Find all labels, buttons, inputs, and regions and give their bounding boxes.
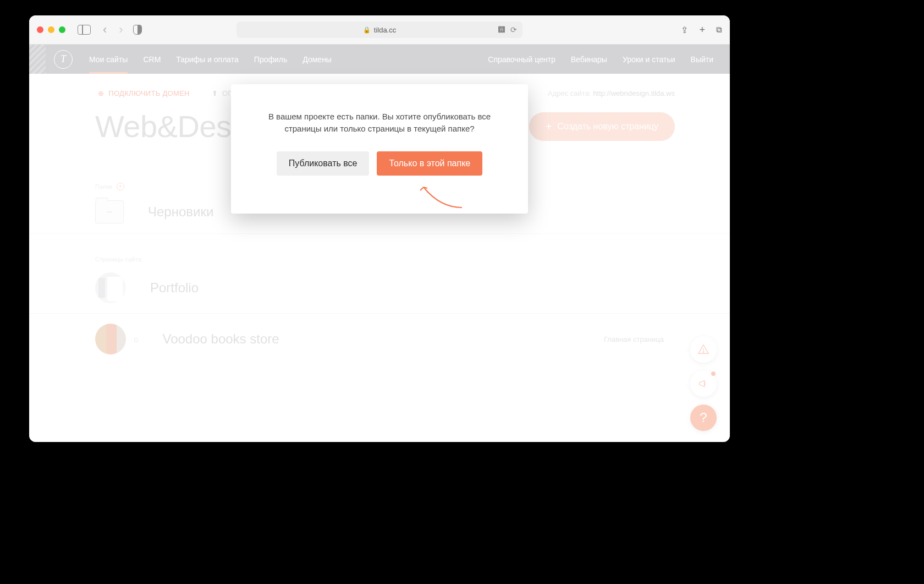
sidebar-toggle-icon[interactable]: [78, 25, 91, 35]
browser-titlebar: ‹ › 🔒 tilda.cc 🅰 ⟳ ⇪ + ⧉: [29, 15, 730, 45]
translate-icon[interactable]: 🅰: [498, 26, 505, 34]
close-window-button[interactable]: [37, 26, 43, 33]
publish-all-button[interactable]: Публиковать все: [277, 151, 370, 176]
only-this-folder-button[interactable]: Только в этой папке: [377, 151, 482, 176]
tabs-icon[interactable]: ⧉: [716, 25, 722, 35]
modal-backdrop[interactable]: В вашем проекте есть папки. Вы хотите оп…: [29, 45, 730, 442]
modal-message: В вашем проекте есть папки. Вы хотите оп…: [258, 111, 501, 135]
traffic-lights: [37, 26, 65, 33]
lock-icon: 🔒: [363, 26, 371, 34]
browser-window: ‹ › 🔒 tilda.cc 🅰 ⟳ ⇪ + ⧉ T Мои сайты CRM…: [29, 15, 730, 442]
titlebar-right: ⇪ + ⧉: [681, 24, 722, 36]
address-bar-icons: 🅰 ⟳: [498, 25, 517, 34]
forward-button[interactable]: ›: [119, 24, 123, 36]
new-tab-icon[interactable]: +: [699, 24, 705, 36]
modal-buttons: Публиковать все Только в этой папке: [258, 151, 501, 176]
address-bar[interactable]: 🔒 tilda.cc 🅰 ⟳: [237, 21, 522, 38]
back-button[interactable]: ‹: [103, 24, 107, 36]
nav-arrows: ‹ ›: [103, 24, 123, 36]
annotation-arrow-icon: [418, 183, 468, 210]
maximize-window-button[interactable]: [59, 26, 65, 33]
publish-modal: В вашем проекте есть папки. Вы хотите оп…: [231, 84, 528, 214]
url-host: tilda.cc: [374, 26, 396, 34]
reload-icon[interactable]: ⟳: [510, 25, 517, 34]
privacy-shield-icon[interactable]: [133, 25, 142, 35]
minimize-window-button[interactable]: [48, 26, 54, 33]
share-icon[interactable]: ⇪: [681, 25, 688, 35]
